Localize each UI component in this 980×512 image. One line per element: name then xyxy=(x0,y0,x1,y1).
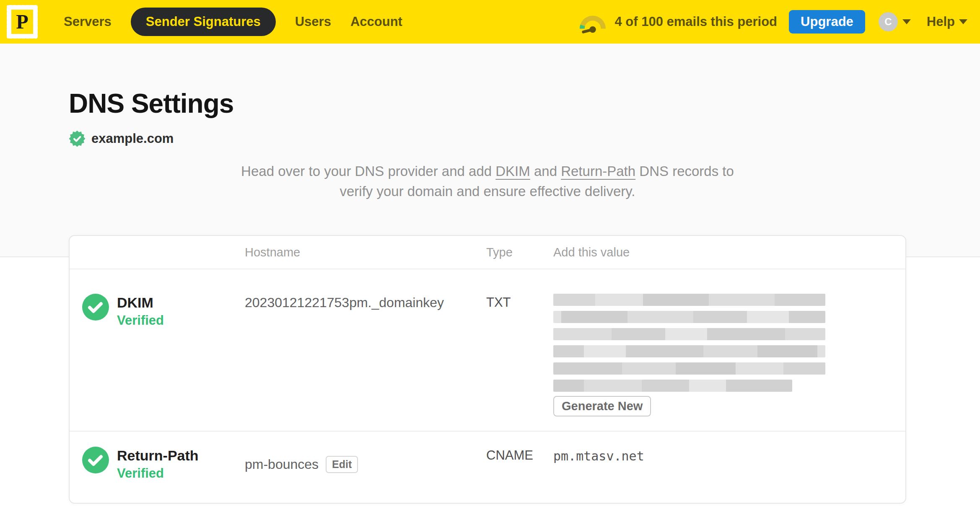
dkim-link[interactable]: DKIM xyxy=(495,163,530,179)
description-text: Head over to your DNS provider and add xyxy=(241,163,495,179)
upgrade-button[interactable]: Upgrade xyxy=(789,10,865,34)
dkim-value-cell: Generate New xyxy=(553,294,893,416)
table-row-dkim: DKIM Verified 20230121221753pm._domainke… xyxy=(70,269,905,431)
table-row-return-path: Return-Path Verified pm-bounces Edit CNA… xyxy=(70,431,905,503)
nav-item-sender-signatures[interactable]: Sender Signatures xyxy=(131,8,276,36)
dns-records-card: Hostname Type Add this value DKIM Verifi… xyxy=(69,235,906,504)
chevron-down-icon xyxy=(902,19,911,24)
nav-item-servers[interactable]: Servers xyxy=(64,14,111,29)
verified-check-icon xyxy=(82,294,109,321)
dkim-hostname: 20230121221753pm._domainkey xyxy=(245,294,486,416)
postmark-logo[interactable]: P xyxy=(7,5,38,39)
table-header-row: Hostname Type Add this value xyxy=(70,236,905,269)
page-title: DNS Settings xyxy=(0,44,980,118)
return-path-link[interactable]: Return-Path xyxy=(561,163,635,179)
edit-button[interactable]: Edit xyxy=(326,456,358,473)
main-nav: Servers Sender Signatures Users Account xyxy=(64,8,402,36)
record-name: DKIM xyxy=(117,294,164,311)
verified-seal-icon xyxy=(69,130,86,147)
nav-item-account[interactable]: Account xyxy=(350,14,402,29)
main-content: DNS Settings example.com Head over to yo… xyxy=(0,44,980,504)
account-menu[interactable]: C xyxy=(879,12,911,31)
redacted-strip xyxy=(553,362,825,375)
help-menu[interactable]: Help xyxy=(927,14,967,29)
top-navbar: P Servers Sender Signatures Users Accoun… xyxy=(0,0,980,44)
postmark-logo-inner: P xyxy=(11,10,33,34)
header-type: Type xyxy=(486,246,553,259)
record-name: Return-Path xyxy=(117,447,199,464)
usage-gauge-icon xyxy=(579,11,606,34)
postmark-logo-letter: P xyxy=(16,12,28,32)
help-label: Help xyxy=(927,14,955,29)
domain-name: example.com xyxy=(91,131,174,146)
avatar[interactable]: C xyxy=(879,12,898,31)
verified-check-icon xyxy=(82,447,109,473)
redacted-strip xyxy=(553,345,825,357)
return-path-type: CNAME xyxy=(486,447,553,482)
return-path-hostname: pm-bounces xyxy=(245,455,319,473)
usage-text: 4 of 100 emails this period xyxy=(614,14,777,29)
domain-row: example.com xyxy=(69,130,980,147)
redacted-strip xyxy=(553,294,825,306)
navbar-right-cluster: 4 of 100 emails this period Upgrade C He… xyxy=(579,10,967,34)
chevron-down-icon xyxy=(959,19,967,24)
description-text: verify your domain and ensure effective … xyxy=(340,184,635,199)
header-hostname: Hostname xyxy=(245,246,486,259)
nav-item-users[interactable]: Users xyxy=(295,14,331,29)
dkim-status-cell: DKIM Verified xyxy=(82,294,245,416)
description-text: DNS records to xyxy=(635,163,734,179)
redacted-strip xyxy=(553,328,825,340)
return-path-status-cell: Return-Path Verified xyxy=(82,447,245,482)
page-description: Head over to your DNS provider and add D… xyxy=(69,161,906,202)
redacted-strip xyxy=(553,380,792,392)
generate-new-button[interactable]: Generate New xyxy=(553,396,651,416)
status-badge: Verified xyxy=(117,312,164,329)
description-text: and xyxy=(530,163,561,179)
redacted-strip xyxy=(553,311,825,323)
dkim-redacted-value xyxy=(553,294,825,392)
header-add-this-value: Add this value xyxy=(553,246,893,259)
dkim-type: TXT xyxy=(486,294,553,416)
return-path-hostname-cell: pm-bounces Edit xyxy=(245,447,486,482)
status-badge: Verified xyxy=(117,465,199,482)
return-path-value: pm.mtasv.net xyxy=(553,447,893,482)
